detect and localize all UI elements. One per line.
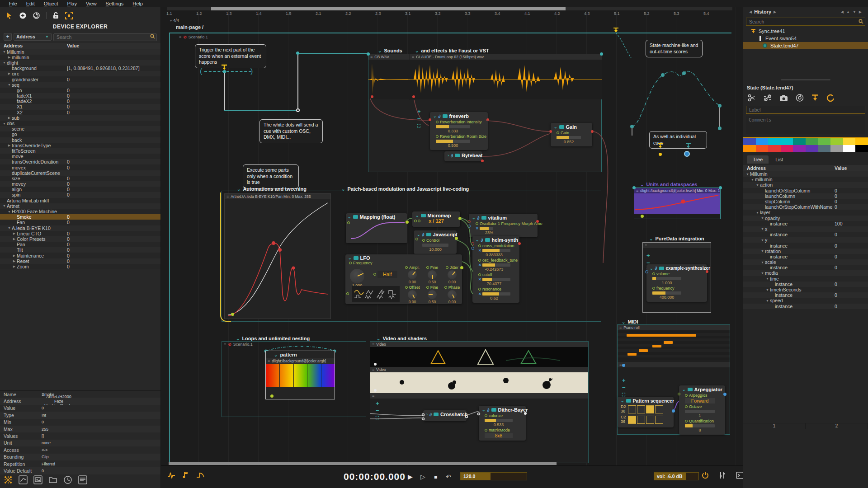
lfo-mini-knob[interactable]: Offset 0.00 <box>402 285 422 304</box>
audio-outlet-dot[interactable] <box>371 95 373 98</box>
helm-param[interactable]: resonance ✕ 0.62 <box>478 287 516 300</box>
lfo-frequency-knob[interactable]: 1.000 <box>350 269 364 288</box>
step-cell[interactable] <box>637 416 645 424</box>
port-in[interactable] <box>477 413 480 415</box>
zoom-controls[interactable]: +−⛶ <box>376 401 379 420</box>
port-in[interactable] <box>429 118 431 121</box>
tree-row[interactable]: Artnet <box>0 203 160 209</box>
tree-row[interactable]: X2 0 <box>0 110 160 115</box>
tree-row[interactable]: time <box>743 276 868 282</box>
tree-row[interactable]: X1 0 <box>0 104 160 109</box>
port-out[interactable] <box>486 118 489 121</box>
tree-row[interactable]: go 0 <box>0 88 160 93</box>
midi-note[interactable] <box>627 334 696 337</box>
frame-select-icon[interactable] <box>65 12 73 19</box>
play-from-here-button[interactable]: ▷ <box>420 473 425 480</box>
outlet-dot[interactable] <box>374 363 377 366</box>
color-swatch[interactable] <box>756 138 769 145</box>
puredata-box[interactable]: ≡ +−⛶ ⌄∂example-synthesizer volume 1.000… <box>642 242 711 313</box>
tree-row[interactable]: launchOrStopColumn 0 <box>743 188 868 193</box>
label-field[interactable] <box>746 106 865 114</box>
tree-row[interactable]: background [1, 0.889491, 0.926818, 0.231… <box>0 66 160 71</box>
tree-row[interactable]: Smoke 0 <box>0 214 160 220</box>
expand-arrow-icon[interactable] <box>12 232 17 235</box>
note-state-machine[interactable]: State-machine-like and out-of-time score… <box>646 40 703 57</box>
expand-arrow-icon[interactable] <box>2 50 7 53</box>
audio-outlet-dot[interactable] <box>412 95 415 98</box>
menu-item[interactable]: Play <box>67 1 77 6</box>
port-out[interactable] <box>723 393 726 396</box>
note-white-dots[interactable]: The white dots will send a cue with cust… <box>259 119 323 143</box>
tree-row[interactable]: media <box>743 270 868 276</box>
units-box[interactable]: ≡dlight:/background@[color.hsv.h] Min: 0… <box>634 188 721 219</box>
tree-row[interactable]: launchColumn 0 <box>743 193 868 199</box>
loop-icon[interactable] <box>826 94 834 102</box>
claude-wav-box[interactable]: ≡CLAUDE - DrumLoop 02 (150bpm).wav <box>410 54 602 100</box>
port-out[interactable] <box>465 415 468 418</box>
midi-outlet-dot[interactable] <box>622 364 625 367</box>
tree-row[interactable]: go <box>0 131 160 137</box>
menu-item[interactable]: View <box>86 1 97 6</box>
matrix-mode-select[interactable]: 8x8 <box>485 433 513 438</box>
step-cell[interactable] <box>637 405 645 413</box>
port-out[interactable] <box>591 130 594 133</box>
port-out[interactable] <box>524 412 527 415</box>
tree-row[interactable]: Millumin <box>0 49 160 55</box>
add-process-icon[interactable] <box>19 12 27 19</box>
tree-row[interactable]: instance 0 <box>743 292 868 298</box>
expand-arrow-icon[interactable] <box>760 239 765 242</box>
node-javascript[interactable]: ⌄∂Javascript Control 10.000 <box>414 230 457 254</box>
tree-row[interactable]: instance 0 <box>743 243 868 248</box>
select-tool-icon[interactable] <box>5 12 13 19</box>
node-pattern-sequencer[interactable]: ⌄Pattern sequencer D238 C236 <box>618 397 674 427</box>
expand-arrow-icon[interactable] <box>765 299 770 302</box>
step-cell[interactable] <box>655 416 663 424</box>
page-number[interactable]: 1 <box>743 423 806 429</box>
expand-arrow-icon[interactable] <box>7 56 12 59</box>
color-swatch[interactable] <box>855 138 868 145</box>
port-out[interactable] <box>455 237 458 240</box>
tree-row[interactable]: circ <box>0 71 160 76</box>
library-panel-icon[interactable] <box>33 475 42 484</box>
node-arpeggiator[interactable]: ⌄Arpeggiator Arpeggios Forward Octave 1 … <box>679 385 725 435</box>
color-swatch[interactable] <box>793 138 806 145</box>
comments-field[interactable] <box>746 116 865 134</box>
expand-arrow-icon[interactable] <box>12 237 17 241</box>
outlet-dot[interactable] <box>270 394 274 398</box>
tree-row[interactable]: align 0 <box>0 187 160 192</box>
expand-arrow-icon[interactable] <box>12 259 17 263</box>
port-in[interactable] <box>414 220 417 222</box>
tree-row[interactable]: fitToScreen <box>0 148 160 154</box>
tree-row[interactable]: instance 0 <box>743 232 868 237</box>
color-swatch[interactable] <box>743 138 756 145</box>
expand-arrow-icon[interactable] <box>7 72 12 75</box>
tree-row[interactable]: size 0 <box>0 176 160 181</box>
tree-row[interactable]: stopColumn 0 <box>743 199 868 204</box>
step-cell[interactable] <box>646 405 654 413</box>
section-midi[interactable]: ⌄MIDI <box>622 319 638 324</box>
port-midi-in[interactable] <box>467 220 471 223</box>
node-crosshatch[interactable]: ›∂Crosshatch <box>423 410 467 421</box>
video-strip-1[interactable]: ≡Video <box>370 342 588 367</box>
ramp-tool-icon[interactable] <box>196 471 204 479</box>
section-sounds[interactable]: ⌄Sounds <box>378 48 402 53</box>
tree-row[interactable]: instance 0 <box>743 282 868 287</box>
midi-note[interactable] <box>652 345 661 347</box>
lfo-mini-knob[interactable]: Jitter 0.00 <box>442 265 462 284</box>
play-button[interactable]: ▶ <box>408 473 413 480</box>
splitter-handle[interactable] <box>781 79 830 80</box>
scissors-icon[interactable] <box>748 94 756 102</box>
menu-item[interactable]: Help <box>132 1 143 6</box>
power-icon[interactable] <box>702 472 709 479</box>
object-search-input[interactable] <box>746 18 865 26</box>
step-cell[interactable] <box>646 416 654 424</box>
curve-start-dot[interactable] <box>231 313 234 316</box>
port-out[interactable] <box>518 242 521 245</box>
record-icon[interactable] <box>796 94 804 102</box>
canvas-scrollbar[interactable] <box>169 462 557 465</box>
device-search-input[interactable] <box>53 33 157 41</box>
color-swatch[interactable] <box>818 145 831 152</box>
port-midi-in[interactable] <box>471 242 474 245</box>
mute-icon[interactable]: ⊘ <box>183 35 187 39</box>
port-in2[interactable] <box>418 220 420 222</box>
